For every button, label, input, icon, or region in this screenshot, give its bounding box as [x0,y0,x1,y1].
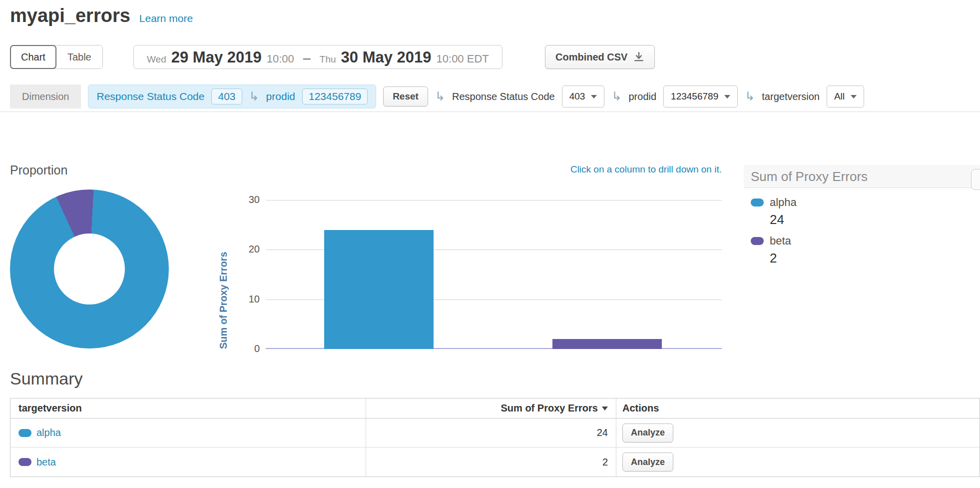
drilldown-hint: Click on a column to drill down on it. [266,164,722,175]
dropdown-label-prodid: prodid [628,91,656,102]
drilldown-arrow-icon: ↳ [745,90,755,104]
column-header-sum-label: Sum of Proxy Errors [500,402,598,414]
table-view-button[interactable]: Table [56,46,102,68]
cell-sum-alpha: 24 [366,418,616,448]
end-day: Thu [320,54,336,65]
prodid-dropdown[interactable]: 123456789 [663,86,738,108]
bar-chart: 30 20 10 0 [266,200,722,349]
drilldown-arrow-icon: ↳ [611,90,621,104]
sort-desc-icon [602,406,608,410]
legend-items: alpha 24 beta 2 [744,188,980,266]
column-header-sum[interactable]: Sum of Proxy Errors [366,398,616,418]
legend-title: Sum of Proxy Errors [744,165,980,188]
series-swatch-alpha [18,429,31,437]
filter-value-prodid[interactable]: 123456789 [302,88,368,104]
table-header-row: targetversion Sum of Proxy Errors Action… [10,398,980,418]
download-icon [633,52,644,62]
status-code-dropdown[interactable]: 403 [562,86,605,108]
legend-panel: Sum of Proxy Errors alpha 24 beta 2 [744,165,980,273]
page-title: myapi_errors [10,5,130,26]
legend-item-beta: beta [751,234,980,248]
donut-hole [54,234,125,304]
reset-button[interactable]: Reset [383,86,428,106]
chevron-down-icon [591,95,597,98]
analytics-report-page: myapi_errors Learn more Chart Table Wed … [0,0,980,488]
targetversion-dropdown[interactable]: All [827,86,864,108]
legend-item-alpha: alpha [751,196,980,209]
y-tick-label: 0 [235,343,260,354]
dropdown-label-targetversion: targetversion [762,91,820,102]
legend-value-beta: 2 [751,250,980,266]
cell-actions-alpha: Analyze [616,418,980,448]
y-tick-label: 10 [235,294,260,305]
chevron-down-icon [851,95,857,98]
table-row-beta: beta 2 Analyze [10,448,980,476]
dimension-label: Dimension [10,84,81,108]
y-tick-label: 20 [235,244,260,255]
drilldown-arrow-icon: ↳ [249,90,259,104]
grid-line [266,200,722,200]
filter-value-status-code[interactable]: 403 [211,88,242,104]
y-axis-label: Sum of Proxy Errors [218,200,229,349]
analyze-button-beta[interactable]: Analyze [622,452,673,472]
active-filters-breadcrumb: Response Status Code 403 ↳ prodid 123456… [88,84,376,108]
column-header-actions: Actions [616,398,980,418]
cell-targetversion-alpha: alpha [10,418,366,448]
drilldown-arrow-icon: ↳ [435,90,445,104]
legend-value-alpha: 24 [751,212,980,228]
bar-beta[interactable] [552,339,662,349]
analyze-button-alpha[interactable]: Analyze [622,424,673,442]
prodid-dropdown-value: 123456789 [671,91,718,102]
chart-view-button[interactable]: Chart [10,45,56,69]
panel-toggle[interactable] [971,169,980,190]
table-row-alpha: alpha 24 Analyze [10,418,980,448]
summary-table: targetversion Sum of Proxy Errors Action… [10,398,980,477]
start-date: 29 May 2019 [171,48,262,66]
filter-name-prodid: prodid [266,90,295,102]
start-time: 10:00 [267,52,294,66]
series-swatch-beta [18,458,31,466]
start-day: Wed [147,54,166,65]
end-date: 30 May 2019 [341,48,432,66]
dropdown-label-status-code: Response Status Code [452,91,555,102]
donut-chart[interactable] [10,190,169,348]
cell-sum-beta: 2 [366,448,616,476]
legend-label-beta: beta [770,234,791,248]
learn-more-link[interactable]: Learn more [139,12,193,24]
divider [0,112,980,112]
title-bar: myapi_errors Learn more [10,5,193,26]
column-header-targetversion: targetversion [10,398,366,418]
summary-title: Summary [10,369,82,388]
series-swatch-alpha [751,198,764,206]
end-time: 10:00 EDT [437,52,489,66]
beta-link[interactable]: beta [36,456,56,468]
filter-name-status-code: Response Status Code [96,90,204,102]
cell-actions-beta: Analyze [616,448,980,476]
date-range-picker[interactable]: Wed 29 May 2019 10:00 – Thu 30 May 2019 … [133,45,502,69]
bar-alpha[interactable] [324,230,434,349]
series-swatch-beta [751,237,764,245]
proportion-title: Proportion [10,163,67,178]
y-tick-label: 30 [235,194,260,206]
legend-label-alpha: alpha [770,196,797,209]
status-code-dropdown-value: 403 [569,91,585,102]
chevron-down-icon [724,95,730,98]
csv-label: Combined CSV [555,52,627,63]
targetversion-dropdown-value: All [834,91,845,102]
alpha-link[interactable]: alpha [36,427,61,438]
combined-csv-button[interactable]: Combined CSV [545,45,655,69]
dimension-bar: Dimension Response Status Code 403 ↳ pro… [10,84,864,108]
cell-targetversion-beta: beta [10,448,366,476]
view-toggle: Chart Table [10,45,103,69]
date-range-separator: – [303,50,311,66]
